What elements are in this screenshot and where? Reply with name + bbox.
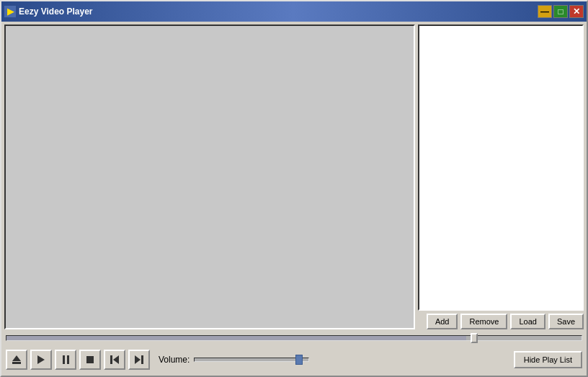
minimize-button[interactable]: —: [538, 5, 552, 18]
title-buttons: — □ ✕: [538, 5, 584, 18]
volume-label: Volume:: [159, 355, 190, 365]
maximize-button[interactable]: □: [553, 5, 568, 18]
video-display: [4, 25, 415, 329]
eject-icon: [12, 355, 21, 364]
load-button[interactable]: Load: [510, 314, 545, 329]
seek-bar-row: [4, 332, 584, 344]
volume-section: Volume:: [159, 354, 309, 365]
pause-button[interactable]: [55, 350, 76, 370]
stop-icon: [86, 356, 94, 363]
app-icon: ▶: [4, 6, 16, 17]
play-button[interactable]: [30, 350, 52, 370]
controls-row: Volume: Hide Play List: [4, 347, 584, 373]
window-title: Eezy Video Player: [19, 6, 93, 17]
volume-slider[interactable]: [194, 354, 309, 365]
save-button[interactable]: Save: [548, 314, 584, 329]
volume-track: [194, 358, 309, 362]
playlist-buttons: Add Remove Load Save: [418, 314, 584, 329]
remove-button[interactable]: Remove: [460, 314, 507, 329]
seek-bar[interactable]: [6, 335, 582, 341]
seek-bar-fill: [6, 336, 466, 340]
title-bar-left: ▶ Eezy Video Player: [4, 6, 93, 17]
title-bar: ▶ Eezy Video Player — □ ✕: [1, 1, 587, 22]
main-window: ▶ Eezy Video Player — □ ✕ Add: [0, 0, 588, 377]
volume-thumb[interactable]: [295, 355, 303, 365]
play-icon: [37, 355, 45, 364]
add-button[interactable]: Add: [427, 314, 458, 329]
pause-icon: [63, 355, 69, 364]
close-button[interactable]: ✕: [569, 5, 584, 18]
next-icon: [135, 355, 143, 364]
stop-button[interactable]: [79, 350, 101, 370]
previous-button[interactable]: [104, 350, 125, 370]
playlist-box: [418, 25, 584, 311]
eject-button[interactable]: [6, 350, 27, 370]
previous-icon: [110, 355, 119, 364]
hide-playlist-button[interactable]: Hide Play List: [514, 351, 582, 368]
seek-thumb[interactable]: [471, 333, 478, 343]
playlist-area: Add Remove Load Save: [418, 25, 584, 329]
window-body: Add Remove Load Save: [1, 22, 587, 376]
main-content: Add Remove Load Save: [4, 25, 584, 329]
next-button[interactable]: [128, 350, 150, 370]
